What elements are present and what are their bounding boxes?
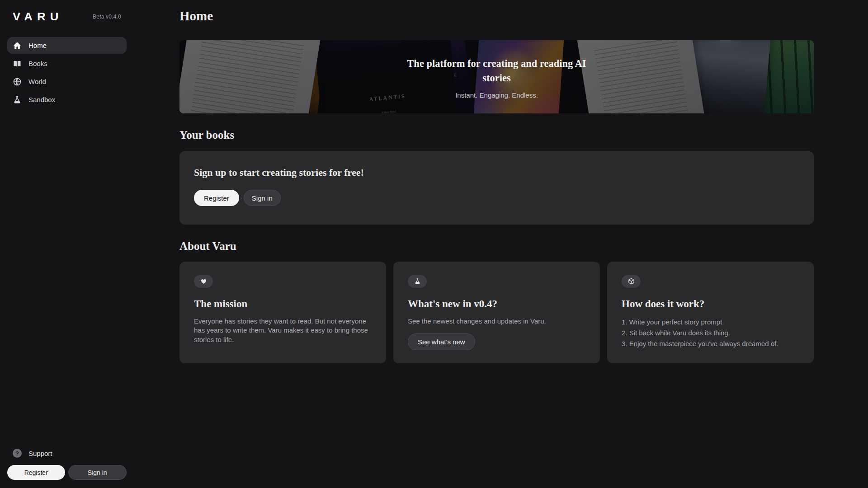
your-books-heading: Your books <box>179 129 814 141</box>
sidebar-item-world[interactable]: World <box>7 73 127 90</box>
sidebar-item-label: Books <box>28 60 47 67</box>
about-card-title: The mission <box>194 298 372 310</box>
sidebar-item-home[interactable]: Home <box>7 37 127 54</box>
sidebar: VARU Beta v0.4.0 Home Books World Sandbo… <box>0 0 134 488</box>
about-card-mission: The mission Everyone has stories they wa… <box>179 262 386 363</box>
book-open-icon <box>13 59 22 68</box>
signup-card: Sign up to start creating stories for fr… <box>179 151 814 225</box>
about-card-body: Everyone has stories they want to read. … <box>194 317 372 344</box>
signup-signin-button[interactable]: Sign in <box>244 190 281 206</box>
support-button[interactable]: Support <box>7 446 127 460</box>
support-label: Support <box>28 450 52 457</box>
about-card-how-it-works: How does it work? 1. Write your perfect … <box>607 262 814 363</box>
signup-actions: Register Sign in <box>194 190 799 206</box>
sidebar-bottom: Support Register Sign in <box>7 446 127 480</box>
hero-subtitle: Instant. Engaging. Endless. <box>455 91 538 99</box>
about-cards: The mission Everyone has stories they wa… <box>179 262 814 363</box>
about-card-body: See the newest changes and updates in Va… <box>408 317 585 326</box>
about-card-title: How does it work? <box>622 298 799 310</box>
hero-title: The platform for creating and reading AI… <box>397 56 596 85</box>
sidebar-auth-buttons: Register Sign in <box>7 465 127 480</box>
register-button[interactable]: Register <box>7 465 65 480</box>
globe-icon <box>13 77 22 86</box>
help-circle-icon <box>13 449 22 458</box>
hero-banner: 10,000 MEN ON MARS, 100 MEN IN THE DIRT … <box>179 40 814 113</box>
page-title: Home <box>179 9 814 23</box>
flask-icon <box>13 95 22 104</box>
signup-message: Sign up to start creating stories for fr… <box>194 167 799 178</box>
how-it-works-steps: 1. Write your perfect story prompt. 2. S… <box>622 317 799 349</box>
hero-content: The platform for creating and reading AI… <box>179 40 814 113</box>
heart-icon <box>200 278 207 285</box>
flask-icon <box>414 278 421 285</box>
see-whats-new-button[interactable]: See what's new <box>408 333 475 350</box>
cube-icon <box>628 278 635 285</box>
step-item: 3. Enjoy the masterpiece you've always d… <box>622 338 799 349</box>
signin-button[interactable]: Sign in <box>68 465 127 480</box>
sidebar-item-label: Home <box>28 42 47 49</box>
logo-row: VARU Beta v0.4.0 <box>7 7 127 24</box>
varu-logo[interactable]: VARU <box>13 11 63 23</box>
sidebar-item-sandbox[interactable]: Sandbox <box>7 91 127 108</box>
main-content: Home 10,000 MEN ON MARS, 100 MEN IN THE … <box>134 0 868 488</box>
icon-pill <box>622 275 641 288</box>
signup-register-button[interactable]: Register <box>194 190 239 206</box>
home-icon <box>13 41 22 50</box>
about-card-whats-new: What's new in v0.4? See the newest chang… <box>393 262 600 363</box>
about-card-title: What's new in v0.4? <box>408 298 585 310</box>
sidebar-item-label: Sandbox <box>28 96 55 103</box>
about-heading: About Varu <box>179 240 814 253</box>
sidebar-nav: Home Books World Sandbox <box>7 37 127 108</box>
step-item: 2. Sit back while Varu does its thing. <box>622 328 799 338</box>
icon-pill <box>194 275 213 288</box>
sidebar-item-label: World <box>28 78 46 85</box>
sidebar-item-books[interactable]: Books <box>7 55 127 72</box>
beta-version-label: Beta v0.4.0 <box>93 14 121 20</box>
step-item: 1. Write your perfect story prompt. <box>622 317 799 328</box>
icon-pill <box>408 275 427 288</box>
